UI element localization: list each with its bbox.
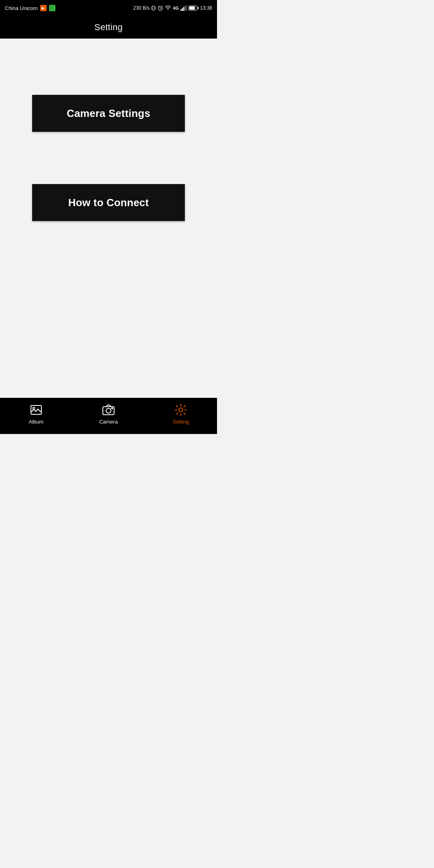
- vibrate-icon: [151, 5, 156, 11]
- nav-item-camera[interactable]: Camera: [72, 403, 145, 425]
- network-speed: 230 B/s: [133, 5, 150, 11]
- svg-rect-10: [180, 9, 182, 11]
- svg-rect-15: [31, 405, 41, 414]
- svg-rect-13: [184, 6, 186, 11]
- status-bar: China Unicom ▶ 230 B/s 4G: [0, 0, 217, 16]
- svg-rect-2: [151, 8, 152, 9]
- setting-icon: [174, 403, 187, 416]
- camera-label: Camera: [99, 419, 118, 425]
- wifi-icon: [165, 5, 171, 11]
- app-bar: Setting: [0, 16, 217, 39]
- status-right: 230 B/s 4G: [133, 5, 212, 11]
- camera-icon: [102, 403, 115, 416]
- svg-rect-14: [186, 5, 187, 11]
- how-to-connect-button[interactable]: How to Connect: [32, 184, 185, 221]
- svg-rect-0: [152, 6, 155, 10]
- svg-rect-11: [182, 8, 183, 11]
- carrier-play-icon: ▶: [40, 5, 47, 11]
- svg-line-8: [158, 6, 159, 7]
- svg-line-9: [162, 6, 162, 7]
- status-left: China Unicom ▶: [5, 5, 55, 11]
- camera-settings-button[interactable]: Camera Settings: [32, 95, 185, 132]
- nav-item-setting[interactable]: Setting: [145, 403, 217, 425]
- setting-label: Setting: [173, 419, 189, 425]
- alarm-icon: [158, 5, 163, 11]
- svg-point-18: [106, 408, 111, 413]
- svg-rect-3: [156, 7, 156, 8]
- network-type: 4G: [173, 6, 179, 10]
- bottom-nav: Album Camera Setting: [0, 398, 217, 434]
- svg-line-7: [160, 8, 161, 9]
- album-icon: [30, 403, 43, 416]
- app-bar-title: Setting: [94, 22, 123, 33]
- svg-point-20: [179, 408, 183, 412]
- main-content: Camera Settings How to Connect: [0, 39, 217, 398]
- battery-icon: [188, 6, 199, 10]
- carrier-name: China Unicom: [5, 5, 38, 11]
- signal-icon: [180, 5, 187, 11]
- album-label: Album: [29, 419, 44, 425]
- time: 13:38: [200, 5, 212, 11]
- svg-rect-4: [156, 8, 156, 9]
- svg-rect-12: [183, 7, 184, 11]
- nav-item-album[interactable]: Album: [0, 403, 72, 425]
- carrier-green-icon: [49, 5, 55, 11]
- svg-point-19: [112, 407, 113, 409]
- svg-rect-1: [151, 7, 152, 8]
